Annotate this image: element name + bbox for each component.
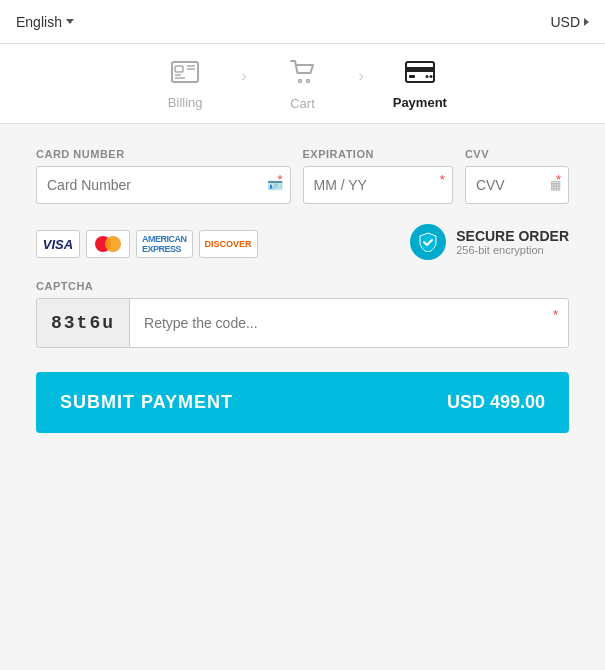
secure-order: SECURE ORDER 256-bit encryption: [410, 224, 569, 260]
arrow-1: ›: [235, 67, 252, 85]
card-logos: VISA AMERICANEXPRESS DISCOVER: [36, 230, 258, 258]
currency-arrow-icon: [584, 18, 589, 26]
discover-logo: DISCOVER: [199, 230, 258, 258]
secure-shield-icon: [410, 224, 446, 260]
language-selector[interactable]: English: [16, 14, 74, 30]
expiration-required: *: [440, 172, 445, 187]
svg-rect-9: [406, 67, 434, 72]
checkout-steps: Billing › Cart › Payment: [0, 44, 605, 124]
captcha-label: CAPTCHA: [36, 280, 569, 292]
svg-rect-10: [409, 75, 415, 78]
payment-form: CARD NUMBER * 🪪 EXPIRATION * CVV * ▦: [0, 124, 605, 457]
card-number-input-wrapper: * 🪪: [36, 166, 291, 204]
submit-amount: USD 499.00: [447, 392, 545, 413]
cart-icon: [290, 60, 316, 90]
card-number-input[interactable]: [36, 166, 291, 204]
step-payment[interactable]: Payment: [370, 61, 470, 110]
submit-payment-button[interactable]: SUBMIT PAYMENT USD 499.00: [36, 372, 569, 433]
cart-label: Cart: [290, 96, 315, 111]
currency-label: USD: [550, 14, 580, 30]
billing-icon: [171, 61, 199, 89]
svg-point-7: [306, 80, 309, 83]
logos-secure-row: VISA AMERICANEXPRESS DISCOVER SECURE ORD…: [36, 224, 569, 260]
language-label: English: [16, 14, 62, 30]
billing-label: Billing: [168, 95, 203, 110]
step-cart[interactable]: Cart: [253, 60, 353, 111]
svg-point-11: [425, 75, 428, 78]
svg-point-6: [298, 80, 301, 83]
payment-icon: [405, 61, 435, 89]
secure-text: SECURE ORDER 256-bit encryption: [456, 228, 569, 256]
language-dropdown-icon: [66, 19, 74, 24]
card-number-label: CARD NUMBER: [36, 148, 291, 160]
submit-label: SUBMIT PAYMENT: [60, 392, 233, 413]
expiration-input[interactable]: [303, 166, 453, 204]
cvv-icon: ▦: [550, 178, 561, 192]
card-icon: 🪪: [267, 178, 283, 193]
svg-rect-1: [175, 66, 183, 72]
step-billing[interactable]: Billing: [135, 61, 235, 110]
expiration-input-wrapper: *: [303, 166, 453, 204]
mastercard-logo: [86, 230, 130, 258]
captcha-wrapper: 83t6u *: [36, 298, 569, 348]
amex-logo: AMERICANEXPRESS: [136, 230, 193, 258]
expiration-group: EXPIRATION *: [303, 148, 453, 204]
payment-label: Payment: [393, 95, 447, 110]
captcha-input[interactable]: [130, 299, 568, 347]
cvv-input-wrapper: * ▦: [465, 166, 569, 204]
card-number-group: CARD NUMBER * 🪪: [36, 148, 291, 204]
captcha-code: 83t6u: [37, 299, 130, 347]
cvv-label: CVV: [465, 148, 569, 160]
card-fields-row: CARD NUMBER * 🪪 EXPIRATION * CVV * ▦: [36, 148, 569, 204]
svg-point-12: [429, 75, 432, 78]
arrow-2: ›: [353, 67, 370, 85]
secure-title: SECURE ORDER: [456, 228, 569, 244]
currency-selector[interactable]: USD: [550, 14, 589, 30]
captcha-section: CAPTCHA 83t6u *: [36, 280, 569, 348]
visa-logo: VISA: [36, 230, 80, 258]
top-bar: English USD: [0, 0, 605, 44]
secure-subtitle: 256-bit encryption: [456, 244, 569, 256]
expiration-label: EXPIRATION: [303, 148, 453, 160]
captcha-required-star: *: [553, 307, 558, 322]
cvv-group: CVV * ▦: [465, 148, 569, 204]
